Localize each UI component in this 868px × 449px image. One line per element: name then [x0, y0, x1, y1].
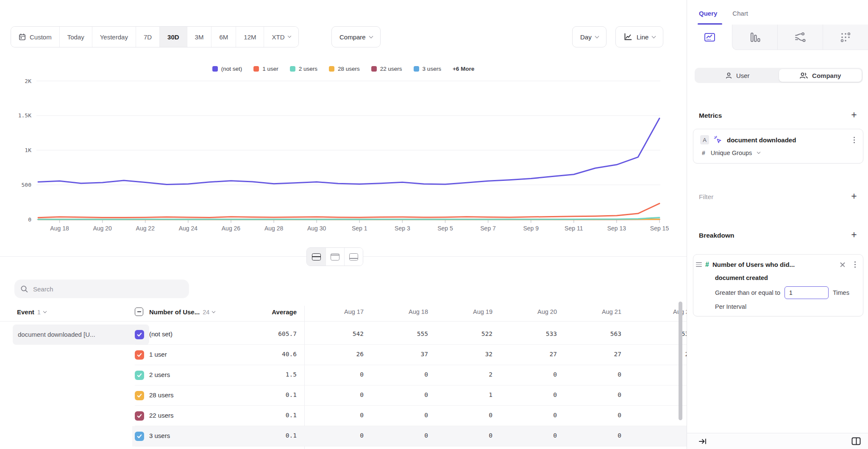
series-line-1-user[interactable]	[38, 203, 659, 217]
x-axis-label: Sep 11	[565, 225, 583, 232]
scope-user[interactable]: User	[696, 69, 779, 82]
series-checkbox[interactable]	[135, 371, 144, 380]
metric-card[interactable]: A document downloaded # Unique Groups	[693, 129, 863, 164]
range-xtd[interactable]: XTD	[264, 27, 298, 47]
cell-value: 37	[369, 351, 433, 358]
line-chart-icon	[623, 33, 633, 41]
series-checkbox[interactable]	[135, 330, 144, 339]
layout-split-view-button[interactable]	[307, 248, 326, 266]
layout-toggle-group	[306, 247, 363, 266]
cell-value: 0	[562, 371, 626, 378]
event-count: 1	[37, 309, 41, 316]
layout-table-only-button[interactable]	[344, 248, 363, 266]
event-header-label: Event	[17, 308, 34, 316]
chevron-down-icon	[757, 150, 760, 154]
cell-value: 0	[369, 391, 433, 398]
tab-chart[interactable]: Chart	[732, 8, 748, 17]
chart-type-flow-chart[interactable]	[777, 25, 823, 50]
range-6m[interactable]: 6M	[211, 27, 236, 47]
x-axis-label: Sep 15	[650, 225, 669, 232]
range-label: 12M	[244, 33, 256, 41]
range-label: Yesterday	[100, 33, 128, 41]
average-value: 0.1	[212, 432, 297, 439]
y-axis-label: 500	[22, 182, 31, 188]
chart-panel: CustomTodayYesterday7D30D3M6M12MXTD Comp…	[0, 0, 687, 449]
event-column-header[interactable]: Event 1	[17, 308, 46, 316]
cell-value: 1	[433, 391, 498, 398]
cell-value: 0	[304, 371, 369, 378]
vertical-scrollbar[interactable]	[679, 302, 682, 420]
range-custom[interactable]: Custom	[11, 27, 59, 47]
cell-value: 0	[433, 412, 498, 419]
analytics-app: CustomTodayYesterday7D30D3M6M12MXTD Comp…	[0, 0, 868, 449]
series-checkbox[interactable]	[135, 432, 144, 441]
collapse-sidebar-button[interactable]	[698, 437, 707, 446]
search-input[interactable]	[33, 285, 183, 293]
cell-value: 533	[498, 330, 562, 337]
interval-button[interactable]: Day	[572, 26, 606, 47]
chart-type-button[interactable]: Line	[615, 26, 663, 47]
x-axis-label: Sep 3	[395, 225, 410, 232]
line-chart[interactable]: 05001K1.5K2KAug 18Aug 20Aug 22Aug 24Aug …	[0, 58, 687, 244]
kebab-menu-icon[interactable]	[852, 261, 858, 269]
cell-value: 0	[433, 432, 498, 439]
panel-toggle-button[interactable]	[851, 437, 861, 446]
chart-only-icon	[331, 253, 339, 261]
table-row: 28 users0.1001000	[0, 385, 687, 406]
series-label: 22 users	[149, 412, 174, 419]
date-range-group: CustomTodayYesterday7D30D3M6M12MXTD	[11, 26, 299, 47]
series-checkbox[interactable]	[135, 350, 144, 360]
range-3m[interactable]: 3M	[187, 27, 211, 47]
table-row: 1 user40.6263732272729	[0, 345, 687, 365]
search-box	[14, 280, 189, 298]
breakdown-event-name[interactable]: document created	[693, 270, 863, 282]
series-line--not-set-[interactable]	[38, 118, 659, 184]
add-filter-button[interactable]: +	[849, 191, 860, 202]
tab-query[interactable]: Query	[699, 8, 717, 17]
date-column-header: Aug 19	[433, 308, 498, 315]
series-checkbox[interactable]	[135, 411, 144, 421]
range-30d[interactable]: 30D	[159, 27, 187, 47]
chart-type-label: Line	[637, 33, 648, 41]
range-7d[interactable]: 7D	[136, 27, 159, 47]
metric-letter-badge: A	[700, 135, 709, 144]
compare-label: Compare	[339, 33, 366, 41]
measure-selector[interactable]: # Unique Groups	[693, 147, 863, 163]
series-checkbox[interactable]	[135, 391, 144, 400]
cell-value: 27	[498, 351, 562, 358]
drag-handle-icon[interactable]	[696, 262, 702, 267]
breakdown-card[interactable]: # Number of Users who did... document cr…	[693, 254, 863, 316]
people-icon	[799, 72, 808, 79]
split-view-icon	[312, 253, 321, 261]
cell-value: 0	[498, 391, 562, 398]
add-breakdown-button[interactable]: +	[849, 229, 860, 240]
chart-type-line-chart[interactable]	[687, 25, 732, 50]
cell-value: 26	[304, 351, 369, 358]
scope-company[interactable]: Company	[779, 69, 862, 82]
layout-chart-only-button[interactable]	[326, 248, 344, 266]
kebab-menu-icon[interactable]	[851, 136, 857, 144]
active-tab-underline	[698, 23, 722, 25]
x-axis-label: Aug 30	[307, 225, 326, 232]
close-icon[interactable]	[839, 261, 846, 268]
add-metric-button[interactable]: +	[849, 109, 860, 120]
cell-value: 0	[562, 391, 626, 398]
compare-button[interactable]: Compare	[331, 26, 381, 47]
chart-type-bar-chart[interactable]	[732, 25, 777, 50]
x-axis-label: Sep 13	[607, 225, 626, 232]
series-table: (not set)605.75425555225335635361 user40…	[0, 324, 687, 446]
chart-type-more-charts[interactable]	[823, 25, 868, 50]
cell-value: 0	[633, 432, 687, 439]
breakdown-heading: Breakdown	[699, 232, 734, 239]
range-12m[interactable]: 12M	[236, 27, 264, 47]
cell-value: 0	[369, 412, 433, 419]
average-value: 40.6	[212, 351, 297, 358]
range-label: Custom	[30, 33, 52, 41]
range-yesterday[interactable]: Yesterday	[92, 27, 136, 47]
range-today[interactable]: Today	[59, 27, 92, 47]
cell-value: 0	[562, 412, 626, 419]
select-all-checkbox[interactable]	[135, 308, 143, 316]
metric-column-header[interactable]: Number of Use... 24	[149, 308, 215, 316]
times-threshold-input[interactable]	[785, 286, 829, 299]
metrics-heading: Metrics	[699, 112, 722, 119]
